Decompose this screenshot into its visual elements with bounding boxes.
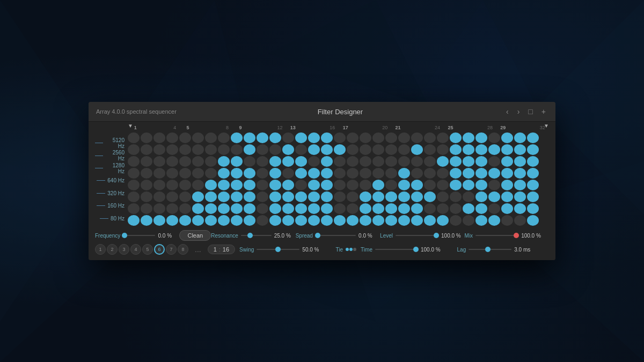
cell-r7-c3[interactable] bbox=[166, 215, 178, 226]
cell-r2-c3[interactable] bbox=[166, 156, 178, 167]
cell-r4-c7[interactable] bbox=[218, 180, 230, 190]
cell-r7-c29[interactable] bbox=[501, 215, 513, 226]
cell-r2-c19[interactable] bbox=[372, 156, 384, 167]
mix-thumb[interactable] bbox=[514, 233, 519, 238]
cell-r1-c11[interactable] bbox=[269, 144, 281, 155]
cell-r7-c28[interactable] bbox=[488, 215, 500, 226]
cell-r2-c17[interactable] bbox=[347, 156, 358, 167]
cell-r5-c4[interactable] bbox=[179, 191, 191, 202]
cell-r5-c23[interactable] bbox=[424, 191, 436, 202]
cell-r7-c24[interactable] bbox=[437, 215, 449, 226]
cell-r2-c22[interactable] bbox=[411, 156, 423, 167]
cell-r5-c6[interactable] bbox=[205, 191, 217, 202]
cell-r5-c25[interactable] bbox=[450, 191, 462, 202]
cell-r6-c30[interactable] bbox=[514, 203, 526, 214]
cell-r2-c13[interactable] bbox=[295, 156, 307, 167]
cell-r0-c11[interactable] bbox=[269, 132, 281, 143]
cell-r2-c9[interactable] bbox=[244, 156, 255, 167]
cell-r2-c2[interactable] bbox=[153, 156, 165, 167]
cell-r5-c14[interactable] bbox=[308, 191, 320, 202]
cell-r3-c28[interactable] bbox=[488, 168, 500, 179]
cell-r6-c10[interactable] bbox=[257, 203, 268, 214]
cell-r0-c29[interactable] bbox=[501, 132, 513, 143]
clean-button[interactable]: Clean bbox=[179, 230, 211, 241]
cell-r5-c10[interactable] bbox=[257, 191, 268, 202]
cell-r6-c22[interactable] bbox=[411, 203, 423, 214]
cell-r3-c26[interactable] bbox=[463, 168, 474, 179]
cell-r1-c19[interactable] bbox=[372, 144, 384, 155]
cell-r4-c28[interactable] bbox=[488, 180, 500, 190]
cell-r5-c18[interactable] bbox=[360, 191, 371, 202]
cell-r0-c17[interactable] bbox=[347, 132, 358, 143]
cell-r6-c17[interactable] bbox=[347, 203, 358, 214]
time-slider[interactable] bbox=[375, 249, 418, 250]
cell-r2-c10[interactable] bbox=[257, 156, 268, 167]
cell-r6-c27[interactable] bbox=[475, 203, 487, 214]
bank-btn-1[interactable]: 1 bbox=[95, 244, 106, 255]
cell-r1-c25[interactable] bbox=[450, 144, 462, 155]
cell-r5-c11[interactable] bbox=[269, 191, 281, 202]
cell-r1-c15[interactable] bbox=[321, 144, 333, 155]
cell-r2-c1[interactable] bbox=[141, 156, 152, 167]
cell-r4-c31[interactable] bbox=[527, 180, 539, 190]
cell-r7-c30[interactable] bbox=[514, 215, 526, 226]
cell-r1-c4[interactable] bbox=[179, 144, 191, 155]
cell-r2-c30[interactable] bbox=[514, 156, 526, 167]
cell-r5-c21[interactable] bbox=[398, 191, 410, 202]
cell-r3-c22[interactable] bbox=[411, 168, 423, 179]
cell-r4-c18[interactable] bbox=[360, 180, 371, 190]
cell-r0-c23[interactable] bbox=[424, 132, 436, 143]
cell-r0-c0[interactable] bbox=[128, 132, 140, 143]
bank-btn-4[interactable]: 4 bbox=[130, 244, 141, 255]
cell-r4-c3[interactable] bbox=[166, 180, 178, 190]
cell-r7-c27[interactable] bbox=[475, 215, 487, 226]
frequency-thumb[interactable] bbox=[122, 233, 127, 238]
cell-r2-c12[interactable] bbox=[282, 156, 294, 167]
cell-r6-c13[interactable] bbox=[295, 203, 307, 214]
cell-r1-c8[interactable] bbox=[231, 144, 243, 155]
cell-r7-c15[interactable] bbox=[321, 215, 333, 226]
lag-slider[interactable] bbox=[469, 249, 511, 250]
cell-r4-c8[interactable] bbox=[231, 180, 243, 190]
cell-r3-c10[interactable] bbox=[257, 168, 268, 179]
cell-r3-c14[interactable] bbox=[308, 168, 320, 179]
cell-r0-c21[interactable] bbox=[398, 132, 410, 143]
cell-r5-c7[interactable] bbox=[218, 191, 230, 202]
cell-r5-c31[interactable] bbox=[527, 191, 539, 202]
cell-r7-c22[interactable] bbox=[411, 215, 423, 226]
bank-btn-3[interactable]: 3 bbox=[119, 244, 129, 255]
cell-r3-c4[interactable] bbox=[179, 168, 191, 179]
cell-r0-c28[interactable] bbox=[488, 132, 500, 143]
cell-r1-c30[interactable] bbox=[514, 144, 526, 155]
cell-r0-c26[interactable] bbox=[463, 132, 474, 143]
cell-r1-c3[interactable] bbox=[166, 144, 178, 155]
cell-r0-c16[interactable] bbox=[334, 132, 346, 143]
cell-r6-c8[interactable] bbox=[231, 203, 243, 214]
bank-btn-7[interactable]: 7 bbox=[166, 244, 177, 255]
cell-r0-c3[interactable] bbox=[166, 132, 178, 143]
cell-r4-c10[interactable] bbox=[257, 180, 268, 190]
cell-r1-c13[interactable] bbox=[295, 144, 307, 155]
cell-r4-c6[interactable] bbox=[205, 180, 217, 190]
cell-r5-c12[interactable] bbox=[282, 191, 294, 202]
cell-r7-c16[interactable] bbox=[334, 215, 346, 226]
cell-r2-c7[interactable] bbox=[218, 156, 230, 167]
cell-r0-c19[interactable] bbox=[372, 132, 384, 143]
cell-r4-c11[interactable] bbox=[269, 180, 281, 190]
cell-r1-c23[interactable] bbox=[424, 144, 436, 155]
cell-r1-c16[interactable] bbox=[334, 144, 346, 155]
cell-r1-c27[interactable] bbox=[475, 144, 487, 155]
cell-r1-c0[interactable] bbox=[128, 144, 140, 155]
cell-r3-c27[interactable] bbox=[475, 168, 487, 179]
cell-r2-c21[interactable] bbox=[398, 156, 410, 167]
cell-r6-c12[interactable] bbox=[282, 203, 294, 214]
cell-r5-c5[interactable] bbox=[192, 191, 204, 202]
cell-r3-c31[interactable] bbox=[527, 168, 539, 179]
cell-r6-c11[interactable] bbox=[269, 203, 281, 214]
spread-thumb[interactable] bbox=[315, 233, 320, 238]
cell-r3-c2[interactable] bbox=[153, 168, 165, 179]
cell-r4-c21[interactable] bbox=[398, 180, 410, 190]
cell-r5-c29[interactable] bbox=[501, 191, 513, 202]
cell-r7-c10[interactable] bbox=[257, 215, 268, 226]
cell-r6-c31[interactable] bbox=[527, 203, 539, 214]
